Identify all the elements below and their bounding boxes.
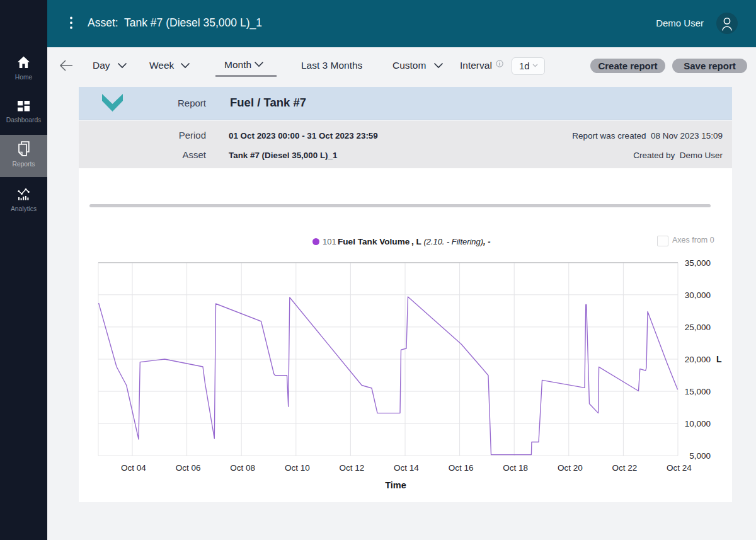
- svg-text:Oct 12: Oct 12: [340, 463, 365, 473]
- svg-text:20,000: 20,000: [685, 355, 711, 364]
- svg-text:35,000: 35,000: [685, 258, 711, 268]
- svg-text:Oct 20: Oct 20: [558, 463, 583, 473]
- svg-text:Oct 06: Oct 06: [176, 463, 201, 473]
- svg-text:Time: Time: [385, 480, 406, 490]
- svg-text:25,000: 25,000: [685, 323, 711, 332]
- svg-text:Oct 22: Oct 22: [612, 463, 638, 473]
- svg-text:Oct 04: Oct 04: [121, 463, 146, 473]
- svg-text:30,000: 30,000: [685, 290, 711, 300]
- svg-text:Oct 10: Oct 10: [285, 463, 310, 473]
- svg-text:Oct 24: Oct 24: [667, 463, 692, 473]
- svg-text:Oct 08: Oct 08: [230, 463, 255, 473]
- svg-text:Oct 18: Oct 18: [503, 463, 528, 473]
- svg-text:L: L: [716, 354, 722, 364]
- svg-text:5,000: 5,000: [689, 451, 711, 461]
- svg-text:15,000: 15,000: [685, 387, 711, 396]
- svg-text:10,000: 10,000: [685, 419, 711, 428]
- svg-text:Oct 16: Oct 16: [449, 463, 474, 473]
- svg-text:Oct 14: Oct 14: [394, 463, 419, 473]
